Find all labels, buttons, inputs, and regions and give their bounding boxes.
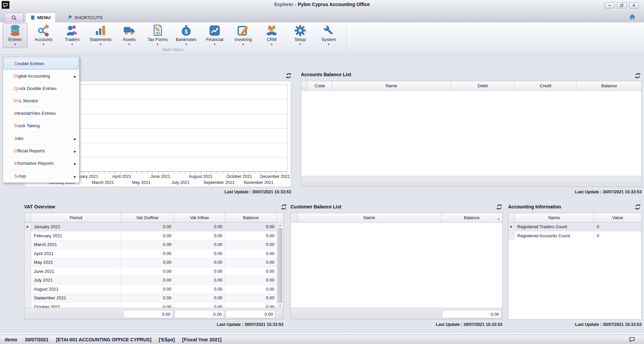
feedback-bubble-icon[interactable] xyxy=(629,337,635,342)
vat-scrollbar[interactable]: ▲ ▼ xyxy=(277,223,283,308)
pushpin-icon xyxy=(67,15,72,20)
traders-icon xyxy=(66,24,78,37)
close-button[interactable] xyxy=(629,2,639,8)
ribbon-button-invoicing[interactable]: Invoicing xyxy=(231,23,256,47)
ribbon-group-divider xyxy=(346,24,346,53)
column-header-name[interactable]: Name xyxy=(298,213,441,222)
menu-item-setup[interactable]: Setup xyxy=(3,170,79,182)
menu-item-intrastat-vies-entries[interactable]: Intrastat/Vies Entries xyxy=(3,107,79,120)
ribbon-button-traders[interactable]: Traders xyxy=(60,23,85,47)
column-header-name[interactable]: Name xyxy=(515,213,594,222)
table-row[interactable]: July 2021 0.00 0.00 0.00 xyxy=(24,276,283,285)
row-indicator-cell xyxy=(24,267,31,276)
table-row[interactable]: September 2021 0.00 0.00 0.00 xyxy=(24,294,283,303)
chevron-down-icon xyxy=(243,42,244,46)
info-refresh-button[interactable] xyxy=(635,204,641,210)
cell-info-name: Registered Traders Count xyxy=(515,223,594,231)
column-header-debit[interactable]: Debit xyxy=(451,81,515,90)
menu-item-label: ick Double Entries xyxy=(20,86,57,91)
row-indicator-header xyxy=(508,213,515,222)
tab-menu[interactable]: MENU xyxy=(25,12,56,22)
table-row[interactable]: April 2021 0.00 0.00 0.00 xyxy=(24,249,283,258)
ribbon-button-tax-forms[interactable]: Tax Forms xyxy=(145,23,170,47)
scroll-up-icon[interactable]: ▲ xyxy=(277,223,283,228)
column-header-code[interactable]: Code xyxy=(308,81,332,90)
restore-button[interactable] xyxy=(617,2,627,8)
column-header-balance[interactable]: Balance xyxy=(577,81,641,90)
chevron-down-icon xyxy=(71,42,73,46)
ribbon-button-statements[interactable]: Statements xyxy=(88,23,113,47)
menu-item-jobs[interactable]: Jobs xyxy=(3,132,79,145)
vat-refresh-button[interactable] xyxy=(281,204,287,210)
table-row[interactable]: August 2021 0.00 0.00 0.00 xyxy=(24,285,283,294)
sort-descending-icon[interactable] xyxy=(497,216,500,221)
ribbon-label: Statements xyxy=(90,37,112,42)
ribbon-button-crm[interactable]: CRM xyxy=(259,23,284,47)
row-indicator-cell xyxy=(24,240,31,249)
cell-outflow: 0.00 xyxy=(121,223,174,231)
window-title: Explorer -Pylon Cyprus Accounting Office xyxy=(0,2,644,7)
menu-item-double-entries[interactable]: Double Entries xyxy=(4,58,78,69)
ribbon-label: CRM xyxy=(267,37,277,42)
table-row[interactable]: May 2021 0.00 0.00 0.00 xyxy=(24,258,283,267)
customer-refresh-button[interactable] xyxy=(496,204,502,210)
customer-table-footer: 0.00 xyxy=(291,308,502,319)
menu-item-digital-accounting[interactable]: Digital Accounting xyxy=(3,70,79,82)
home-button[interactable] xyxy=(628,13,637,20)
column-header-credit[interactable]: Credit xyxy=(515,81,577,90)
ribbon-button-system[interactable]: System xyxy=(316,23,341,47)
accounts-refresh-button[interactable] xyxy=(635,73,641,79)
ribbon-button-setup[interactable]: Setup xyxy=(288,23,313,47)
minimize-button[interactable] xyxy=(605,2,614,8)
ribbon-button-accounts[interactable]: Accounts xyxy=(31,23,56,47)
column-header-vat-inflow[interactable]: Vat Inflow xyxy=(174,213,225,222)
cell-inflow: 0.00 xyxy=(174,258,225,267)
selected-row-indicator-icon xyxy=(24,223,31,231)
search-button[interactable] xyxy=(5,13,23,22)
x-axis-label: May 2021 xyxy=(132,180,151,185)
crm-icon xyxy=(265,24,278,37)
column-header-value[interactable]: Value xyxy=(594,213,641,222)
ribbon-button-entries[interactable]: Entries xyxy=(3,23,28,48)
vat-overview-table: Period Vat Outflow Vat Inflow Balance Ja… xyxy=(24,213,283,320)
chart-refresh-button[interactable] xyxy=(286,73,291,79)
chevron-down-icon xyxy=(128,42,130,46)
scrollbar-thumb[interactable] xyxy=(278,228,282,303)
cell-balance: 0.00 xyxy=(225,249,277,258)
column-header-vat-outflow[interactable]: Vat Outflow xyxy=(121,213,174,222)
menu-item-label: ouble Entries xyxy=(18,61,44,66)
column-header-balance[interactable]: Balance xyxy=(225,213,277,222)
column-header-period[interactable]: Period xyxy=(31,213,121,222)
table-row[interactable]: January 2021 0.00 0.00 0.00 xyxy=(24,223,283,232)
column-header-name[interactable]: Name xyxy=(332,81,451,90)
tab-shortcuts[interactable]: SHORTCUTS xyxy=(62,12,107,22)
menu-item-informative-reports[interactable]: Informative Reports xyxy=(3,157,79,169)
chart-last-update: Last Update : 30/07/2021 15:33:53 xyxy=(224,190,291,194)
cell-outflow: 0.00 xyxy=(121,232,174,240)
menu-item-quick-double-entries[interactable]: Quick Double Entries xyxy=(3,82,79,95)
menu-item-official-reports[interactable]: Official Reports xyxy=(3,145,79,157)
chevron-down-icon xyxy=(328,42,330,46)
ribbon-button-assets[interactable]: Assets xyxy=(117,23,142,47)
table-row[interactable]: February 2021 0.00 0.00 0.00 xyxy=(24,232,283,241)
table-row[interactable]: June 2021 0.00 0.00 0.00 xyxy=(24,267,283,276)
vat-last-update: Last Update : 30/07/2021 15:33:53 xyxy=(217,322,283,327)
cell-balance: 0.00 xyxy=(225,223,277,231)
column-header-balance[interactable]: Balance xyxy=(441,213,502,222)
table-row[interactable]: Registered Accounts Count 0 xyxy=(508,232,641,241)
table-row[interactable]: March 2021 0.00 0.00 0.00 xyxy=(24,240,283,249)
cell-balance: 0.00 xyxy=(225,285,277,294)
cell-balance: 0.00 xyxy=(225,258,277,267)
cell-info-value: 0 xyxy=(594,232,641,240)
table-row[interactable]: Registered Traders Count 0 xyxy=(508,223,641,232)
menu-item-pnl-monitor[interactable]: PnL Monitor xyxy=(3,95,79,107)
x-axis-label: October 2021 xyxy=(226,174,252,179)
menu-item-stock-taking[interactable]: Stock Taking xyxy=(3,120,79,132)
tab-row: MENU SHORTCUTS xyxy=(0,10,644,22)
x-axis-label: April 2021 xyxy=(112,174,131,179)
status-branch: ['Εδρα] xyxy=(159,337,175,342)
tab-menu-label: MENU xyxy=(37,15,51,20)
vat-balance-total: 0.00 xyxy=(226,310,275,318)
ribbon-button-banknotes[interactable]: $ Banknotes xyxy=(174,23,199,47)
ribbon-button-financial[interactable]: Financial xyxy=(202,23,227,47)
